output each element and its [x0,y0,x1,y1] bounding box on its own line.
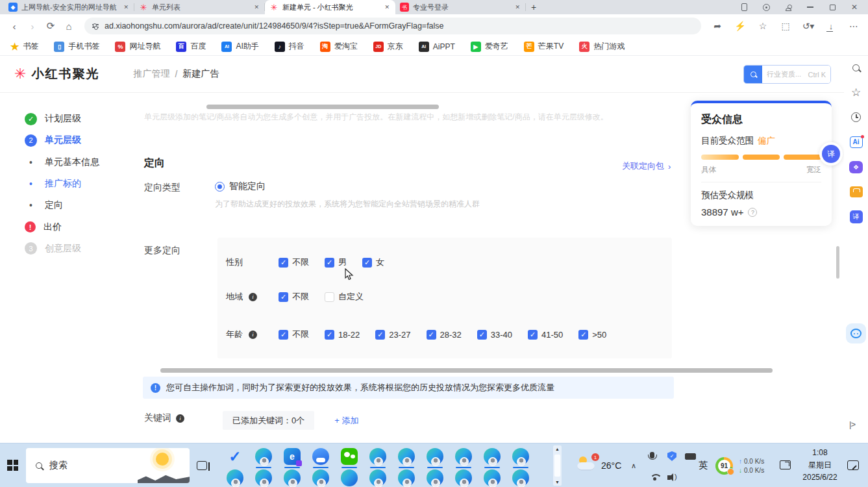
browser-hub-icon[interactable] [762,3,771,12]
bookmark-item[interactable]: %网址导航 [115,41,160,52]
share-icon[interactable]: ➦ [712,20,723,32]
task-view-icon[interactable] [197,461,207,470]
horizontal-scrollbar-bottom[interactable] [160,368,773,373]
checkbox-option[interactable]: ✓41-50 [528,329,563,340]
taskbar-app-icon[interactable] [249,447,278,466]
sidebar-translate-icon[interactable]: 译 [849,210,863,223]
add-keyword-button[interactable]: + 添加 [334,415,358,427]
notification-center-icon[interactable] [847,460,859,470]
checkbox-option[interactable]: ✓不限 [279,256,309,268]
info-icon[interactable]: i [249,293,257,301]
sidebar-search-icon[interactable] [849,61,863,75]
checkbox-option[interactable]: ✓不限 [279,329,309,340]
tab-close-icon[interactable]: ✕ [122,4,130,10]
browser-tab[interactable]: ✳单元列表✕ [134,0,265,14]
tray-expand-icon[interactable]: ∧ [631,462,636,470]
targeting-package-link[interactable]: 关联定向包 › [622,160,671,172]
sidebar-collapse-icon[interactable]: |> [849,419,855,429]
start-button[interactable] [7,460,18,471]
battery-device-icon[interactable] [685,453,696,460]
sidebar-copilot-icon[interactable]: Ai [849,135,863,149]
bookmark-item[interactable]: 火热门游戏 [579,41,625,52]
tab-close-icon[interactable]: ✕ [253,4,260,10]
taskbar-app-icon[interactable] [478,468,506,487]
horizontal-scrollbar-top[interactable] [206,105,439,109]
flash-icon[interactable]: ⚡ [734,20,746,32]
bookmark-item[interactable]: AIAI助手 [221,41,258,52]
browser-tab[interactable]: ✳新建单元 - 小红书聚光✕ [265,0,395,14]
info-icon[interactable]: i [176,414,184,423]
tab-close-icon[interactable]: ✕ [514,4,521,10]
taskbar-app-icon[interactable] [506,468,535,487]
bookmark-item[interactable]: 芒芒果TV [524,41,564,52]
checkbox-option[interactable]: ✓18-22 [325,329,360,340]
vertical-scrollbar[interactable] [836,246,839,279]
sidebar-tools-icon[interactable] [849,185,863,199]
reload-button[interactable]: ⟳ [42,18,60,34]
taskbar-app-icon[interactable] [335,447,364,466]
menu-icon[interactable]: ⋯ [848,20,860,32]
taskbar-app-icon[interactable] [421,468,449,487]
checkbox-option[interactable]: ✓>50 [578,329,606,340]
info-icon[interactable]: i [249,331,257,339]
search-icon[interactable] [744,66,762,83]
site-controls-icon[interactable] [92,24,99,28]
taskbar-app-icon[interactable] [449,447,478,466]
taskbar-app-icon[interactable] [278,468,306,487]
taskbar-app-icon[interactable] [478,447,506,466]
translate-float-button[interactable]: 译 [822,145,840,163]
checkbox-checked-icon[interactable]: ✓ [279,292,288,302]
checkbox-unchecked-icon[interactable] [325,292,334,302]
taskbar-app-icon[interactable] [449,468,478,487]
new-tab-button[interactable]: + [531,2,536,12]
weather-icon[interactable]: 1 [577,456,597,471]
sidebar-item[interactable]: 3创意层级 [25,242,81,255]
checkbox-checked-icon[interactable]: ✓ [375,330,385,340]
bookmark-star-icon[interactable]: ☆ [757,20,769,32]
checkbox-checked-icon[interactable]: ✓ [528,330,538,340]
taskbar-app-icon[interactable] [506,447,535,466]
checkbox-option[interactable]: 自定义 [325,291,364,303]
taskbar-app-icon[interactable] [249,468,278,487]
checkbox-checked-icon[interactable]: ✓ [279,330,288,340]
sidebar-item[interactable]: 2单元层级 [25,134,81,147]
minimize-button[interactable] [806,3,815,12]
taskbar-app-icon[interactable] [421,447,449,466]
taskbar-app-icon[interactable]: ✓ [221,447,249,466]
sidebar-item[interactable]: •推广标的 [25,177,81,190]
bookmark-item[interactable]: ▶爱奇艺 [471,41,508,52]
bookmark-item[interactable]: ★书签 [10,41,38,52]
checkbox-checked-icon[interactable]: ✓ [477,330,487,340]
taskbar-app-icon[interactable] [364,468,392,487]
bookmark-item[interactable]: 淘爱淘宝 [320,41,358,52]
taskbar-app-icon[interactable] [364,447,392,466]
checkbox-checked-icon[interactable]: ✓ [362,258,372,268]
sidebar-item[interactable]: ✓计划层级 [25,112,81,125]
sidebar-item[interactable]: •定向 [25,199,63,212]
checkbox-option[interactable]: ✓28-32 [427,329,462,340]
breadcrumb-parent[interactable]: 推广管理 [133,68,169,80]
screen-capture-icon[interactable] [780,460,791,469]
sidebar-favorites-icon[interactable]: ☆ [849,86,863,99]
checkbox-checked-icon[interactable]: ✓ [427,330,436,340]
checkbox-checked-icon[interactable]: ✓ [325,330,334,340]
bookmark-item[interactable]: 百百度 [176,41,206,52]
checkbox-option[interactable]: ✓不限 [279,291,309,303]
wifi-icon[interactable] [649,474,661,482]
home-button[interactable]: ⌂ [60,18,78,34]
taskbar-clock[interactable]: 1:08 星期日 2025/6/22 [796,447,844,484]
input-language-indicator[interactable]: 英 [699,460,708,471]
device-link-icon[interactable] [739,3,749,12]
url-bar[interactable]: ad.xiaohongshu.com/aurora/ad/create/unit… [84,18,701,34]
site-search[interactable]: 行业资质... Ctrl K [743,65,831,84]
downloads-icon[interactable]: ↓ [825,20,837,32]
taskbar-app-icon[interactable] [306,447,335,466]
speaker-icon[interactable] [667,475,671,480]
taskbar-app-icon[interactable] [335,468,364,487]
bookmark-item[interactable]: JD京东 [373,41,403,52]
checkbox-option[interactable]: ✓女 [362,256,384,268]
weather-temp[interactable]: 26°C [601,460,621,471]
browser-tab[interactable]: ◆上网导航-安全实用的网址导航✕ [4,0,134,14]
back-button[interactable]: ‹ [5,18,23,34]
profile-icon[interactable] [784,3,793,12]
